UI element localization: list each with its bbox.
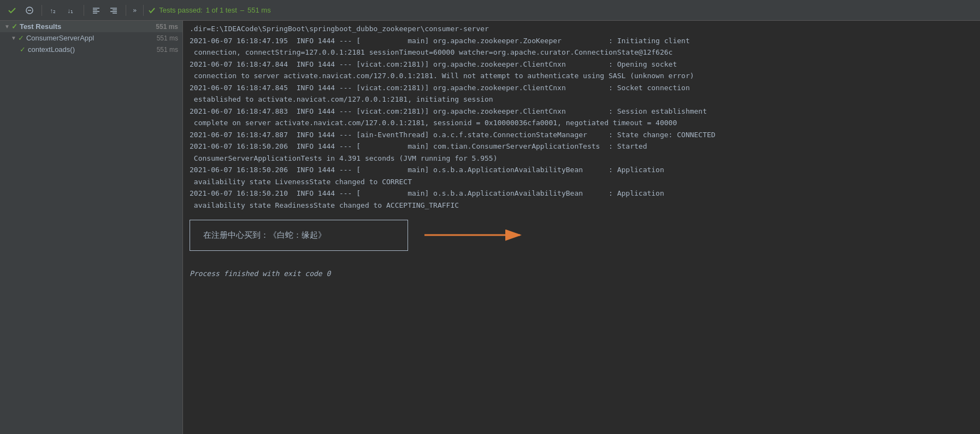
align-right-button[interactable] [106, 3, 121, 17]
test-passed-label: Tests passed: [159, 6, 203, 14]
console-line: 2021-06-07 16:18:50.210 INFO 1444 --- [ … [183, 187, 980, 200]
sort-desc-button[interactable]: ↓₁ [64, 3, 79, 17]
console-line: 2021-06-07 16:18:47.844 INFO 1444 --- [v… [183, 58, 980, 71]
process-finished: Process finished with exit code 0 [183, 260, 980, 288]
divider-4 [143, 5, 144, 16]
test-passed-badge: Tests passed: 1 of 1 test – 551 ms [148, 6, 270, 14]
right-panel[interactable]: .dir=E:\IDEACode\SpringBoot\springboot_d… [183, 21, 980, 434]
highlight-text: 在注册中心买到：《白蛇：缘起》 [203, 230, 326, 240]
divider-1 [42, 5, 42, 16]
left-panel: ▼ ✓ Test Results 551 ms ▼ ✓ ConsumerServ… [0, 21, 183, 434]
console-line: complete on server activate.navicat.com/… [183, 117, 980, 129]
child2-label: contextLoads() [28, 45, 152, 54]
console-line: connection to server activate.navicat.co… [183, 70, 980, 82]
console-line: established to activate.navicat.com/127.… [183, 93, 980, 105]
console-line: 2021-06-07 16:18:47.845 INFO 1444 --- [v… [183, 82, 980, 94]
console-line: availability state ReadinessState change… [183, 200, 980, 212]
check-button[interactable] [4, 3, 20, 17]
console-line: connection, connectString=127.0.0.1:2181… [183, 46, 980, 58]
console-output: .dir=E:\IDEACode\SpringBoot\springboot_d… [183, 23, 980, 211]
tree-child1[interactable]: ▼ ✓ ConsumerServerAppl 551 ms [0, 32, 182, 44]
svg-text:↑₂: ↑₂ [50, 7, 56, 15]
child1-label: ConsumerServerAppl [26, 34, 152, 42]
console-line: 2021-06-07 16:18:50.206 INFO 1444 --- [ … [183, 140, 980, 153]
arrow-right [419, 225, 528, 245]
console-line: 2021-06-07 16:18:47.195 INFO 1444 --- [ … [183, 35, 980, 47]
child1-time: 551 ms [157, 34, 178, 42]
highlight-box: 在注册中心买到：《白蛇：缘起》 [190, 220, 408, 251]
tree-child2[interactable]: ✓ contextLoads() 551 ms [0, 44, 182, 55]
sort-asc-button[interactable]: ↑₂ [46, 3, 62, 17]
child2-time: 551 ms [157, 46, 178, 54]
console-line: 2021-06-07 16:18:47.887 INFO 1444 --- [a… [183, 129, 980, 141]
console-line: .dir=E:\IDEACode\SpringBoot\springboot_d… [183, 23, 980, 35]
svg-text:↓₁: ↓₁ [67, 7, 73, 15]
more-button[interactable]: » [131, 7, 139, 14]
highlight-box-wrapper: 在注册中心买到：《白蛇：缘起》 [183, 211, 980, 260]
root-label: Test Results [20, 22, 151, 31]
console-line: 2021-06-07 16:18:50.206 INFO 1444 --- [ … [183, 164, 980, 176]
divider-2 [84, 5, 84, 16]
console-line: ConsumerServerApplicationTests in 4.391 … [183, 153, 980, 165]
toolbar: ↑₂ ↓₁ » Tests passed: 1 of 1 test – 551 … [0, 0, 980, 21]
console-line: availability state LivenessState changed… [183, 176, 980, 188]
child1-check-icon: ✓ [18, 34, 24, 42]
root-time: 551 ms [156, 23, 178, 31]
root-check-icon: ✓ [11, 22, 17, 31]
process-finished-text: Process finished with exit code 0 [190, 269, 330, 278]
cancel-button[interactable] [22, 3, 37, 17]
test-count: 1 of 1 test [206, 6, 237, 14]
child2-check-icon: ✓ [20, 45, 26, 54]
tree-root[interactable]: ▼ ✓ Test Results 551 ms [0, 21, 182, 32]
expand-arrow-child1: ▼ [11, 35, 16, 41]
console-line: 2021-06-07 16:18:47.883 INFO 1444 --- [v… [183, 105, 980, 118]
main-area: ▼ ✓ Test Results 551 ms ▼ ✓ ConsumerServ… [0, 21, 980, 434]
align-left-button[interactable] [88, 3, 104, 17]
test-time: 551 ms [247, 6, 271, 14]
divider-3 [126, 5, 126, 16]
expand-arrow-root: ▼ [4, 24, 10, 30]
